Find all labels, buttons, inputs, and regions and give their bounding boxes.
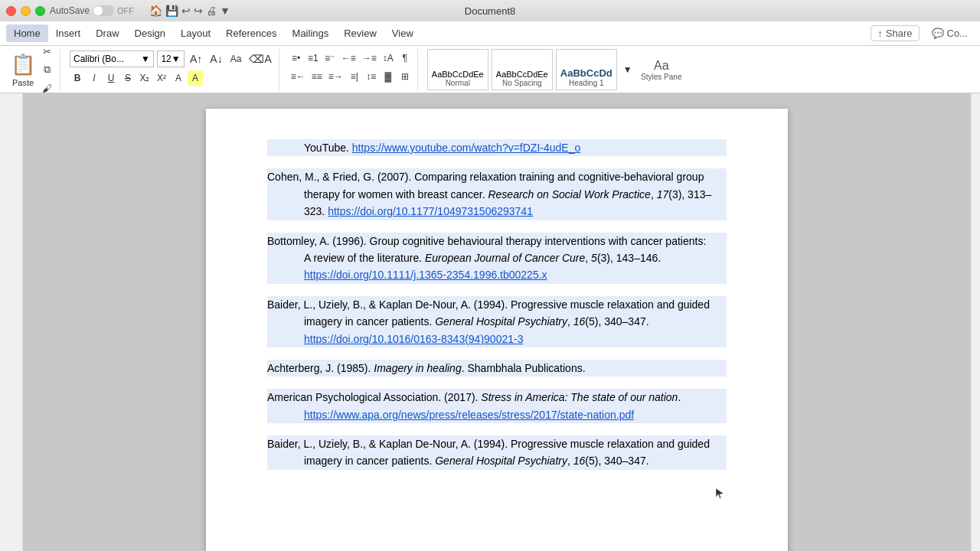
highlight-button[interactable]: A — [188, 70, 203, 86]
ref-baider2-line1: Baider, L., Uziely, B., & Kaplan De-Nour… — [267, 435, 727, 452]
autosave-toggle[interactable] — [93, 5, 114, 16]
autosave-label: AutoSave — [50, 5, 90, 16]
show-paragraph-button[interactable]: ¶ — [397, 51, 413, 66]
menu-references[interactable]: References — [218, 24, 284, 42]
clipboard-small-btns: ✂ ⧉ 🖌 — [38, 43, 55, 96]
paste-button[interactable]: 📋 Paste — [11, 53, 35, 87]
menu-review[interactable]: Review — [336, 24, 384, 42]
ref-cohen: Cohen, M., & Fried, G. (2007). Comparing… — [267, 168, 727, 220]
shading-button[interactable]: ▓ — [381, 69, 396, 84]
justify-button[interactable]: ≡| — [347, 69, 362, 84]
decrease-font-button[interactable]: A↓ — [207, 51, 224, 67]
left-ruler — [0, 93, 23, 551]
home-icon[interactable]: 🏠 — [149, 5, 162, 17]
ref-cohen-line2: therapy for women with breast cancer. Re… — [267, 186, 727, 203]
ref-baider2: Baider, L., Uziely, B., & Kaplan De-Nour… — [267, 435, 727, 470]
share-label: Share — [886, 28, 913, 39]
styles-more-button[interactable]: ▼ — [620, 62, 635, 77]
style-heading1[interactable]: AaBbCcDd Heading 1 — [556, 49, 617, 90]
copy-button[interactable]: ⧉ — [38, 61, 55, 78]
font-name-value: Calibri (Bo... — [74, 54, 124, 64]
ref-baider-line3: https://doi.org/10.1016/0163-8343(94)900… — [267, 331, 727, 347]
font-size-arrow: ▼ — [172, 54, 181, 64]
style-boxes: AaBbCcDdEe Normal AaBbCcDdEe No Spacing … — [427, 49, 635, 90]
print-icon[interactable]: 🖨 — [206, 5, 217, 17]
menu-home[interactable]: Home — [6, 24, 48, 42]
style-normal-label: Normal — [446, 79, 470, 87]
menu-insert[interactable]: Insert — [48, 24, 89, 42]
styles-pane-label: Styles Pane — [641, 73, 681, 81]
document-area: YouTube. https://www.youtube.com/watch?v… — [0, 93, 980, 551]
align-center-button[interactable]: ≡≡ — [309, 69, 325, 84]
multilevel-button[interactable]: ≡⁻ — [322, 51, 338, 66]
italic-button[interactable]: I — [87, 70, 102, 86]
menu-layout[interactable]: Layout — [173, 24, 218, 42]
font-selector: Calibri (Bo... ▼ 12 ▼ A↑ A↓ Aa ⌫A — [70, 51, 274, 67]
autosave-area: AutoSave OFF — [50, 5, 134, 16]
menu-design[interactable]: Design — [127, 24, 173, 42]
ref-bottomley-link[interactable]: https://doi.org/10.1111/j.1365-2354.1996… — [304, 269, 547, 281]
autosave-state: OFF — [117, 6, 134, 15]
document-scroll[interactable]: YouTube. https://www.youtube.com/watch?v… — [23, 93, 971, 551]
cut-button[interactable]: ✂ — [38, 43, 55, 60]
menu-right: ↑ Share 💬 Co... — [871, 25, 974, 41]
increase-indent-button[interactable]: →≡ — [360, 51, 379, 66]
ref-baider-line2: imagery in cancer patients. General Hosp… — [267, 313, 727, 330]
share-button[interactable]: ↑ Share — [871, 25, 919, 41]
bold-button[interactable]: B — [70, 70, 85, 86]
style-no-spacing-preview: AaBbCcDdEe — [496, 70, 548, 79]
style-normal[interactable]: AaBbCcDdEe Normal — [427, 49, 488, 90]
clear-format-button[interactable]: ⌫A — [247, 51, 273, 67]
ref-apa-link[interactable]: https://www.apa.org/news/press/releases/… — [304, 409, 634, 421]
styles-pane-button[interactable]: Aa Styles Pane — [639, 59, 684, 81]
close-button[interactable] — [6, 6, 16, 16]
right-panel — [971, 93, 980, 551]
strikethrough-button[interactable]: S — [120, 70, 136, 86]
font-size-dropdown[interactable]: 12 ▼ — [157, 51, 185, 67]
align-right-button[interactable]: ≡→ — [326, 69, 345, 84]
menu-view[interactable]: View — [384, 24, 421, 42]
paste-group: 📋 Paste ✂ ⧉ 🖌 — [6, 49, 60, 90]
borders-button[interactable]: ⊞ — [397, 69, 413, 84]
line-spacing-button[interactable]: ↕≡ — [364, 69, 379, 84]
paste-icon: 📋 — [11, 53, 35, 77]
bullets-button[interactable]: ≡• — [289, 51, 304, 66]
ref-youtube-link[interactable]: https://www.youtube.com/watch?v=fDZI-4ud… — [352, 142, 580, 154]
maximize-button[interactable] — [35, 6, 45, 16]
numbering-button[interactable]: ≡1 — [305, 51, 321, 66]
font-case-button[interactable]: Aa — [228, 51, 244, 67]
underline-button[interactable]: U — [103, 70, 119, 86]
redo-icon[interactable]: ↪ — [194, 5, 203, 17]
increase-font-button[interactable]: A↑ — [188, 51, 204, 67]
menu-mailings[interactable]: Mailings — [285, 24, 337, 42]
style-normal-preview: AaBbCcDdEe — [432, 70, 484, 79]
cursor-position — [714, 487, 727, 499]
ref-bottomley-line2: A review of the literature. European Jou… — [267, 249, 727, 266]
subscript-button[interactable]: X₂ — [137, 70, 152, 86]
ref-achterberg: Achterberg, J. (1985). Imagery in healin… — [267, 360, 727, 377]
document-page: YouTube. https://www.youtube.com/watch?v… — [206, 109, 788, 551]
comments-label: Co... — [947, 28, 968, 39]
references-content: YouTube. https://www.youtube.com/watch?v… — [267, 139, 727, 470]
comments-button[interactable]: 💬 Co... — [926, 26, 974, 41]
ref-cohen-link[interactable]: https://doi.org/10.1177/1049731506293741 — [328, 205, 533, 217]
ref-baider-link[interactable]: https://doi.org/10.1016/0163-8343(94)900… — [304, 333, 523, 345]
superscript-button[interactable]: X² — [154, 70, 169, 86]
ribbon: 📋 Paste ✂ ⧉ 🖌 Calibri (Bo... ▼ 12 ▼ A↑ A… — [0, 46, 980, 93]
style-no-spacing[interactable]: AaBbCcDdEe No Spacing — [492, 49, 553, 90]
more-icon[interactable]: ▼ — [220, 5, 230, 17]
font-color-button[interactable]: A — [171, 70, 186, 86]
document-title: Document8 — [465, 5, 515, 17]
sort-button[interactable]: ↕A — [381, 51, 396, 66]
save-icon[interactable]: 💾 — [165, 5, 178, 17]
undo-icon[interactable]: ↩ — [181, 5, 191, 17]
align-left-button[interactable]: ≡← — [289, 69, 308, 84]
font-name-dropdown[interactable]: Calibri (Bo... ▼ — [70, 51, 154, 67]
minimize-button[interactable] — [21, 6, 31, 16]
menu-draw[interactable]: Draw — [88, 24, 126, 42]
decrease-indent-button[interactable]: ←≡ — [339, 51, 358, 66]
share-icon: ↑ — [877, 28, 883, 39]
ref-apa: American Psychological Association. (201… — [267, 389, 727, 423]
window-controls[interactable] — [6, 6, 45, 16]
ref-achterberg-line1: Achterberg, J. (1985). Imagery in healin… — [267, 360, 727, 377]
